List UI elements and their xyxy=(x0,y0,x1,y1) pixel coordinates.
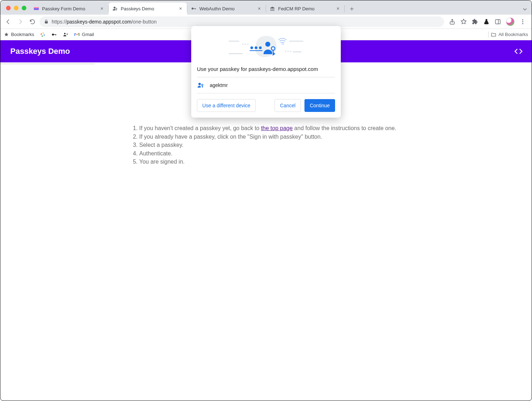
window-controls xyxy=(4,6,30,15)
instruction-step-5: You are signed in. xyxy=(139,158,401,166)
bookmark-passkey[interactable] xyxy=(51,32,57,37)
svg-rect-1 xyxy=(34,7,39,8)
svg-point-18 xyxy=(52,34,54,35)
passkey-dialog: Use your passkey for passkeys-demo.appsp… xyxy=(191,26,341,118)
svg-point-15 xyxy=(522,19,523,20)
tab-passkey-form-demo[interactable]: Passkey Form Demo × xyxy=(30,2,108,15)
lock-icon xyxy=(44,19,49,24)
svg-point-28 xyxy=(247,43,249,45)
svg-point-30 xyxy=(287,51,289,52)
extensions-icon[interactable] xyxy=(472,19,478,25)
svg-rect-13 xyxy=(495,20,500,24)
svg-point-4 xyxy=(192,7,193,9)
continue-button[interactable]: Continue xyxy=(304,99,335,112)
tab-title: Passkey Form Demo xyxy=(42,6,96,11)
sidepanel-icon[interactable] xyxy=(495,19,501,25)
bookmarks-text: Bookmarks xyxy=(11,32,34,37)
instruction-text: and follow the instructions to create on… xyxy=(293,125,396,131)
svg-rect-9 xyxy=(273,8,274,10)
tabs: Passkey Form Demo × Passkeys Demo × WebA… xyxy=(30,0,532,15)
dialog-actions: Use a different device Cancel Continue xyxy=(197,93,335,112)
tab-fedcm-rp-demo[interactable]: FedCM RP Demo × xyxy=(266,2,344,15)
dialog-title: Use your passkey for passkeys-demo.appsp… xyxy=(197,64,335,77)
tab-close-button[interactable]: × xyxy=(99,6,105,11)
svg-point-45 xyxy=(265,42,270,47)
instruction-step-3: Select a passkey. xyxy=(139,141,401,149)
svg-rect-20 xyxy=(56,34,56,35)
cancel-button[interactable]: Cancel xyxy=(275,99,301,112)
instruction-text: If you haven't created a passkey yet, go… xyxy=(139,125,261,131)
forward-button[interactable] xyxy=(15,17,25,27)
all-bookmarks-label: All Bookmarks xyxy=(499,32,528,37)
url-path: /one-button xyxy=(131,19,157,25)
instruction-step-2: If you already have a passkey, click on … xyxy=(139,133,401,141)
svg-point-16 xyxy=(522,21,523,22)
svg-point-3 xyxy=(116,8,117,9)
tab-indicator xyxy=(0,62,95,63)
account-name: agektmr xyxy=(210,82,228,88)
tab-separator xyxy=(344,5,345,12)
address-bar[interactable]: https://passkeys-demo.appspot.com/one-bu… xyxy=(40,16,444,27)
bookmark-google-photos[interactable] xyxy=(40,32,46,37)
new-tab-button[interactable]: ＋ xyxy=(347,4,357,14)
svg-rect-11 xyxy=(45,21,48,23)
svg-point-2 xyxy=(114,7,115,9)
svg-rect-8 xyxy=(272,8,272,10)
svg-point-31 xyxy=(290,51,291,52)
reload-button[interactable] xyxy=(27,17,37,27)
svg-rect-10 xyxy=(270,10,275,11)
svg-rect-6 xyxy=(195,8,195,9)
svg-point-48 xyxy=(202,84,203,86)
tab-title: WebAuthn Demo xyxy=(199,6,254,11)
use-different-device-button[interactable]: Use a different device xyxy=(197,99,256,112)
bookmarks-separator xyxy=(488,31,489,38)
browser-tab-strip: Passkey Form Demo × Passkeys Demo × WebA… xyxy=(0,0,532,15)
window-close-button[interactable] xyxy=(6,6,11,10)
tab-close-button[interactable]: × xyxy=(178,6,183,11)
tab-title: Passkeys Demo xyxy=(121,6,175,11)
passkey-icon xyxy=(197,82,204,89)
top-page-link[interactable]: the top page xyxy=(261,125,293,131)
svg-rect-25 xyxy=(293,51,302,52)
url-host: passkeys-demo.appspot.com xyxy=(67,19,131,25)
svg-rect-24 xyxy=(289,41,303,42)
instruction-step-4: Authenticate. xyxy=(139,150,401,158)
passkey-favicon-icon xyxy=(112,6,118,11)
svg-point-26 xyxy=(242,43,244,45)
svg-point-27 xyxy=(245,43,246,45)
labs-icon[interactable] xyxy=(483,19,490,25)
tab-title: FedCM RP Demo xyxy=(278,6,332,11)
tab-passkeys-demo[interactable]: Passkeys Demo × xyxy=(109,2,187,15)
tabs-dropdown-button[interactable] xyxy=(522,6,528,12)
bookmark-gmail[interactable]: Gmail xyxy=(74,32,94,37)
back-button[interactable] xyxy=(3,17,13,27)
star-icon[interactable] xyxy=(460,19,467,25)
svg-point-29 xyxy=(285,51,286,52)
svg-point-17 xyxy=(522,23,523,24)
passkey-account-row[interactable]: agektmr xyxy=(197,77,335,93)
window-maximize-button[interactable] xyxy=(22,6,26,10)
svg-rect-23 xyxy=(229,53,243,54)
url-protocol: https:// xyxy=(52,19,67,25)
key-favicon-icon xyxy=(191,6,197,11)
instruction-step-1: If you haven't created a passkey yet, go… xyxy=(139,124,401,132)
tab-close-button[interactable]: × xyxy=(335,6,341,11)
bookmarks-label[interactable]: Bookmarks xyxy=(4,32,34,37)
favicon-icon xyxy=(33,6,39,11)
bookmark-identity[interactable] xyxy=(63,32,68,37)
tab-close-button[interactable]: × xyxy=(256,6,262,11)
bookmark-gmail-label: Gmail xyxy=(82,32,94,37)
all-bookmarks-button[interactable]: All Bookmarks xyxy=(491,32,528,37)
chrome-menu-button[interactable] xyxy=(520,19,526,25)
svg-rect-22 xyxy=(229,41,239,42)
svg-point-47 xyxy=(198,83,201,85)
profile-avatar[interactable] xyxy=(506,17,515,26)
bank-favicon-icon xyxy=(270,6,275,11)
tab-webauthn-demo[interactable]: WebAuthn Demo × xyxy=(187,2,266,15)
share-icon[interactable] xyxy=(449,19,455,25)
passkey-illustration xyxy=(197,32,335,64)
toolbar-icons xyxy=(446,17,529,26)
url-text: https://passkeys-demo.appspot.com/one-bu… xyxy=(52,19,157,25)
code-icon[interactable] xyxy=(514,47,523,56)
window-minimize-button[interactable] xyxy=(14,6,19,10)
